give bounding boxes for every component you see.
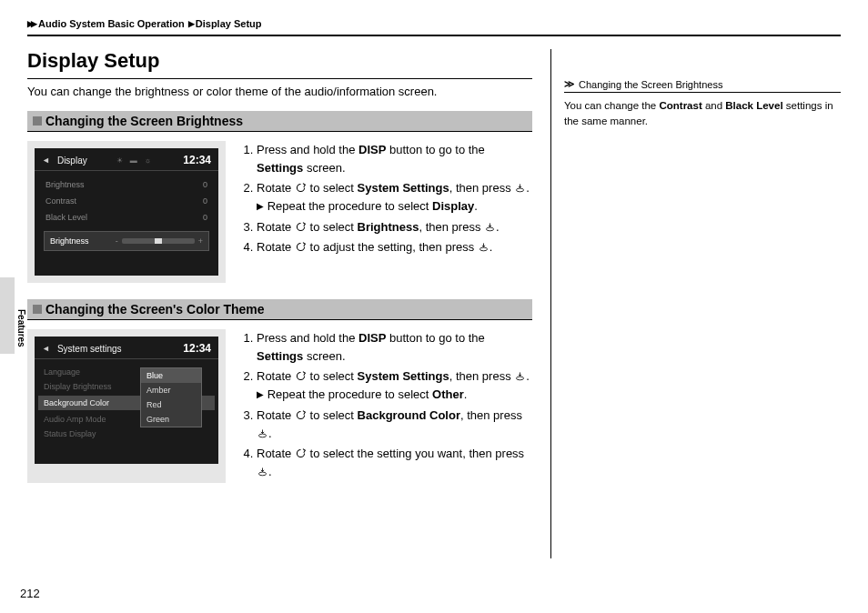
press-icon [484, 220, 496, 232]
section-heading-label: Changing the Screen Brightness [45, 114, 243, 128]
dropdown-option: Blue [141, 368, 201, 383]
t: Brightness [358, 220, 419, 234]
steps-list: Press and hold the DISP button to go to … [240, 329, 532, 483]
row-label: Black Level [45, 213, 87, 222]
svg-point-1 [486, 227, 493, 231]
back-icon: ◄ [42, 156, 50, 165]
press-icon [257, 427, 268, 438]
dial-icon [295, 408, 307, 420]
t: to select [307, 408, 358, 422]
t: . [496, 220, 500, 234]
step-4: Rotate to adjust the setting, then press… [257, 238, 532, 256]
t: to select [307, 181, 358, 195]
t: , then press [449, 181, 515, 195]
t: , then press [449, 369, 515, 383]
t: to select the setting you want, then pre… [307, 447, 524, 460]
t: Settings [257, 349, 303, 363]
t: and [702, 100, 726, 111]
row-label: Brightness [45, 180, 85, 189]
t: screen. [303, 161, 345, 175]
section-heading-brightness: Changing the Screen Brightness [27, 111, 532, 132]
square-icon [33, 305, 42, 314]
t: Repeat the procedure to select [267, 199, 432, 213]
list-item: Status Display [44, 427, 209, 441]
t: . [268, 427, 272, 440]
t: DISP [358, 143, 386, 156]
divider [27, 78, 532, 79]
dial-icon [295, 447, 307, 458]
t: Black Level [725, 100, 782, 111]
step-3: Rotate to select Brightness, then press … [257, 218, 532, 236]
breadcrumb: ▶▶ Audio System Basic Operation ▶ Displa… [27, 18, 841, 29]
row-selected-label: Brightness [50, 236, 89, 246]
t: . [526, 181, 530, 195]
dial-icon [295, 240, 307, 252]
t: Rotate [257, 220, 295, 234]
breadcrumb-level-1: Audio System Basic Operation [38, 18, 185, 29]
svg-point-3 [517, 377, 524, 380]
t: Display [432, 199, 474, 213]
back-icon: ◄ [42, 344, 50, 353]
section-heading-label: Changing the Screen's Color Theme [45, 302, 265, 317]
svg-point-5 [258, 472, 266, 476]
note-icon: ≫ [564, 78, 575, 90]
note-title: Changing the Screen Brightness [579, 79, 722, 90]
clock: 12:34 [183, 154, 211, 166]
svg-point-4 [258, 434, 266, 437]
chevron-right-icon: ▶▶ [27, 19, 35, 28]
row-val: 0 [203, 180, 207, 189]
press-icon [257, 465, 268, 477]
t: System Settings [358, 181, 449, 195]
dropdown-option: Amber [141, 383, 201, 397]
t: button to go to the [386, 143, 484, 156]
slider [122, 238, 195, 244]
step-4: Rotate to select the setting you want, t… [257, 445, 532, 481]
dropdown-option: Red [141, 397, 201, 412]
screen-title: Display [57, 156, 87, 166]
square-icon [33, 116, 42, 126]
t: to select [307, 369, 358, 383]
t: Background Color [358, 408, 460, 422]
t: . [490, 240, 493, 254]
dial-icon [295, 181, 307, 193]
row-val: 0 [203, 213, 207, 222]
thumb-tab [0, 277, 15, 354]
steps-list: Press and hold the DISP button to go to … [240, 141, 532, 283]
step-1: Press and hold the DISP button to go to … [257, 329, 532, 366]
t: DISP [358, 331, 386, 345]
t: System Settings [358, 369, 449, 383]
step-2: Rotate to select System Settings, then p… [257, 179, 532, 216]
clock: 12:34 [183, 342, 211, 355]
t: to adjust the setting, then press [307, 240, 478, 254]
screenshot-color: ◄ System settings 12:34 Language Display… [27, 329, 226, 483]
t: Rotate [257, 181, 295, 195]
t: screen. [303, 349, 345, 363]
t: button to go to the [386, 331, 484, 345]
screenshot-brightness: ◄ Display ☀ ▬ ☼ 12:34 Brightness0 Contra… [27, 141, 226, 283]
dial-icon [295, 369, 307, 381]
row-label: Contrast [45, 196, 76, 206]
screen-title: System settings [57, 344, 122, 354]
page-number: 212 [20, 587, 40, 600]
divider [27, 35, 841, 36]
dropdown-option: Green [141, 412, 201, 427]
section-heading-color: Changing the Screen's Color Theme [27, 299, 532, 320]
t: Rotate [257, 447, 295, 460]
breadcrumb-level-2: Display Setup [196, 18, 262, 29]
intro-text: You can change the brightness or color t… [27, 85, 532, 98]
t: . [268, 465, 272, 478]
t: . [464, 387, 468, 401]
t: Rotate [257, 408, 295, 422]
step-2: Rotate to select System Settings, then p… [257, 367, 532, 404]
note-body: You can change the Contrast and Black Le… [564, 95, 841, 128]
dial-icon [295, 220, 307, 232]
row-val: 0 [203, 196, 207, 206]
t: Rotate [257, 240, 295, 254]
step-3: Rotate to select Background Color, then … [257, 407, 532, 443]
t: Other [432, 387, 464, 401]
triangle-icon: ▶ [257, 389, 264, 399]
t: , then press [460, 408, 522, 422]
t: . [526, 369, 530, 383]
page-title: Display Setup [27, 49, 532, 73]
thumb-tab-label: Features [16, 309, 26, 347]
